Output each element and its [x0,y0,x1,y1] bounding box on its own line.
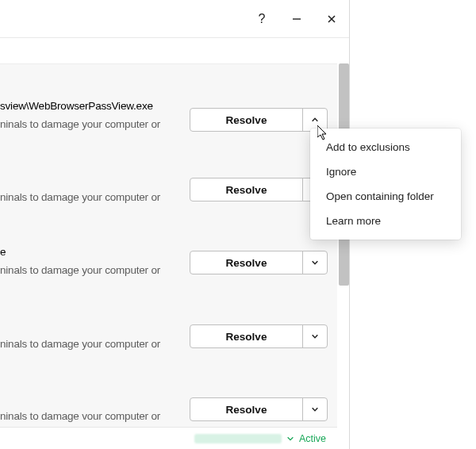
resolve-dropdown: Add to exclusionsIgnoreOpen containing f… [310,129,461,240]
resolve-button-group: Resolve [190,251,328,274]
resolve-dropdown-toggle[interactable] [303,398,327,420]
threat-description: ninals to damage your computer or [0,118,160,130]
chevron-down-icon[interactable] [286,435,294,443]
resolve-button[interactable]: Resolve [190,251,303,274]
resolve-dropdown-toggle[interactable] [303,325,327,347]
threat-path: e [0,246,6,258]
minimize-icon [292,14,301,24]
svg-marker-3 [317,125,326,140]
mouse-cursor [317,125,330,144]
dropdown-item[interactable]: Learn more [310,209,461,233]
dropdown-item[interactable]: Add to exclusions [310,135,461,159]
app-window: ? sview\WebBrowserPassView.exeninals to … [0,0,350,449]
close-icon [327,14,336,24]
resolve-button-group: Resolve [190,324,328,348]
resolve-button[interactable]: Resolve [190,109,303,131]
threat-path: sview\WebBrowserPassView.exe [0,100,153,112]
threat-description: ninals to damage your computer or [0,264,160,276]
account-label-blurred [194,434,282,443]
threat-description: ninals to damage vour computer or [0,410,160,422]
resolve-button[interactable]: Resolve [190,398,303,420]
resolve-button-group: Resolve [190,397,328,421]
resolve-button[interactable]: Resolve [190,178,303,201]
threat-description: ninals to damage your computer or [0,338,160,350]
resolve-button-group: Resolve [190,178,328,201]
close-button[interactable] [314,1,349,37]
help-button[interactable]: ? [244,1,279,37]
resolve-button-group: Resolve [190,108,328,132]
minimize-button[interactable] [279,1,314,37]
status-bar: Active [0,427,337,449]
dropdown-item[interactable]: Ignore [310,159,461,184]
chevron-down-icon [311,259,319,267]
titlebar: ? [0,0,349,38]
chevron-up-icon [311,116,319,124]
resolve-dropdown-toggle[interactable] [303,251,327,274]
chevron-down-icon [311,332,319,340]
resolve-button[interactable]: Resolve [190,325,303,347]
threat-description: ninals to damage your computer or [0,191,160,203]
threat-list: sview\WebBrowserPassView.exeninals to da… [0,63,337,430]
dropdown-item[interactable]: Open containing folder [310,184,461,209]
status-label: Active [299,433,326,444]
chevron-down-icon [311,405,319,413]
